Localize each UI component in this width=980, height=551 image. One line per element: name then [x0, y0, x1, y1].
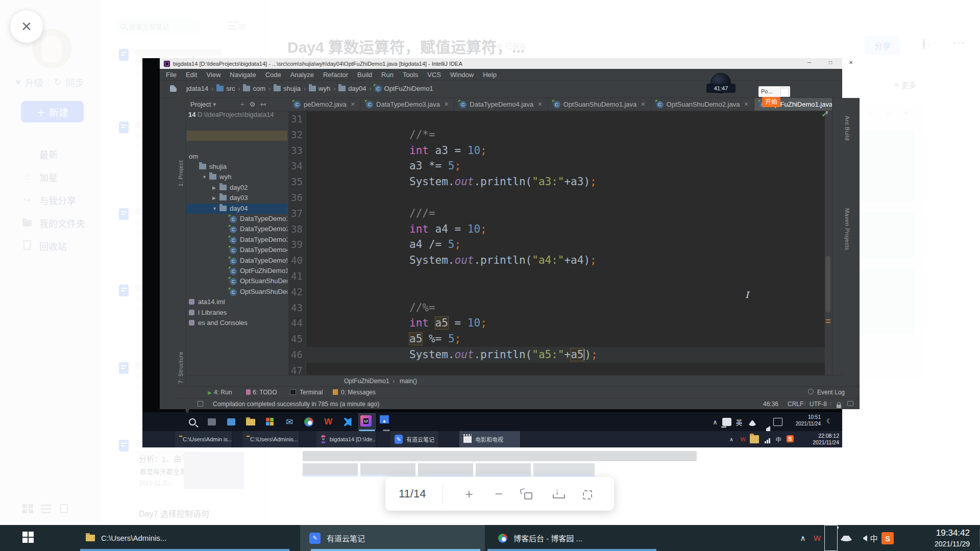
- taskbar-explorer-icon[interactable]: [244, 415, 257, 429]
- maximize-icon[interactable]: □: [829, 60, 832, 65]
- toolwindow-todo[interactable]: 6: TODO: [253, 389, 277, 396]
- tab-OptSuanShuDemo1.java[interactable]: COptSuanShuDemo1.java✕: [548, 98, 651, 111]
- taskbar-clock[interactable]: 10:512021/11/24: [796, 414, 821, 427]
- window-button-电影和电视[interactable]: 电影和电视: [459, 431, 521, 447]
- zoom-in-button[interactable]: +: [454, 486, 484, 502]
- start-button[interactable]: [22, 532, 34, 543]
- sogou-icon[interactable]: S: [881, 532, 894, 544]
- tray-expand-icon[interactable]: ∧: [796, 525, 810, 551]
- window-button-有道云笔记[interactable]: ✎有道云笔记: [390, 431, 439, 447]
- taskbar-window-app-icon[interactable]: [225, 415, 238, 429]
- menu-analyze[interactable]: Analyze: [290, 71, 314, 79]
- menu-build[interactable]: Build: [357, 71, 372, 79]
- taskbar-clock[interactable]: 19:34:42 2021/11/29: [935, 528, 970, 548]
- tree-expanded-arrow[interactable]: ▼: [212, 206, 217, 211]
- viewer-close-button[interactable]: ✕: [10, 10, 43, 43]
- breadcrumb-class[interactable]: OptFuZhiDemo1: [344, 378, 389, 385]
- ime-icon[interactable]: 中: [774, 435, 783, 443]
- toolwindow-toggle-icon[interactable]: [198, 401, 203, 407]
- toolwindow-terminal[interactable]: Terminal: [300, 389, 323, 396]
- tab-DataTypeDemo3.java[interactable]: CDataTypeDemo3.java✕: [361, 98, 454, 111]
- taskbar-search-icon[interactable]: [186, 415, 199, 429]
- tree-row-ata14.iml[interactable]: ata14.iml: [186, 297, 287, 307]
- crumb-shujia[interactable]: shujia: [274, 85, 301, 92]
- tree-row-DataTypeDemo5[interactable]: CDataTypeDemo5: [186, 256, 287, 266]
- tool-stripe-project[interactable]: 1: Project: [178, 160, 184, 186]
- tree-row-day04[interactable]: ▼day04: [186, 204, 287, 214]
- menu-refactor[interactable]: Refactor: [323, 71, 348, 79]
- folder-icon[interactable]: [750, 435, 759, 443]
- tree-row-shujia[interactable]: shujia: [186, 162, 287, 172]
- taskbar-store-icon[interactable]: [263, 415, 277, 429]
- input-lang[interactable]: 英: [734, 418, 744, 426]
- toolwindow-messages[interactable]: 0: Messages: [341, 389, 376, 396]
- tree-row-DataTypeDemo4[interactable]: CDataTypeDemo4: [186, 245, 287, 255]
- tree-row-es and Consoles[interactable]: es and Consoles: [186, 318, 287, 328]
- tab-close-icon[interactable]: ✕: [351, 101, 355, 108]
- tree-row-OptSuanShuDemo2[interactable]: COptSuanShuDemo2: [186, 287, 287, 297]
- panel-header-icon[interactable]: ↤: [260, 101, 266, 108]
- window-button-C:\Users\Adminis...[interactable]: C:\Users\Adminis...: [242, 431, 300, 447]
- menu-tools[interactable]: Tools: [403, 71, 418, 79]
- menu-navigate[interactable]: Navigate: [230, 71, 256, 79]
- tree-row-DataTypeDemo1[interactable]: CDataTypeDemo1: [186, 214, 287, 224]
- taskbar-start-icon[interactable]: [166, 415, 180, 429]
- tool-stripe-maven[interactable]: Maven Projects: [844, 208, 850, 251]
- taskbar-clock[interactable]: 22:08:122021/11/24: [813, 433, 839, 446]
- tool-stripe-structure[interactable]: 7: Structure: [178, 352, 184, 384]
- recorder-start-button[interactable]: 开始: [762, 97, 780, 107]
- taskbar-wps-icon[interactable]: W: [322, 415, 335, 429]
- fit-screen-button[interactable]: [573, 486, 602, 502]
- tool-stripe-ant[interactable]: Ant Build: [844, 116, 850, 141]
- taskbar-taskview-icon[interactable]: [205, 415, 218, 429]
- tab-close-icon[interactable]: ✕: [444, 101, 449, 108]
- sogou-icon[interactable]: S: [787, 435, 794, 442]
- tree-row-root[interactable]: 14 D:\IdeaProjects\bigdata14: [186, 111, 287, 120]
- tree-row-DataTypeDemo2[interactable]: CDataTypeDemo2: [186, 224, 287, 234]
- tab-close-icon[interactable]: ✕: [641, 101, 645, 108]
- crumb-OptFuZhiDemo1[interactable]: COptFuZhiDemo1: [375, 85, 433, 92]
- tree-row-om[interactable]: om: [186, 152, 287, 162]
- crumb-com[interactable]: com: [243, 85, 265, 92]
- menu-vcs[interactable]: VCS: [427, 71, 441, 79]
- toolwindow-eventlog[interactable]: Event Log: [817, 389, 845, 396]
- menu-help[interactable]: Help: [483, 71, 497, 79]
- taskbar-photos-icon[interactable]: ▲: [380, 415, 389, 423]
- menu-view[interactable]: View: [206, 71, 220, 79]
- volume-icon[interactable]: [854, 535, 867, 541]
- taskbar-button-C:\Users\Adminis...[interactable]: C:\Users\Adminis...: [77, 525, 296, 551]
- close-icon[interactable]: ✕: [849, 60, 853, 65]
- tree-row-DataTypeDemo3[interactable]: CDataTypeDemo3: [186, 235, 287, 245]
- tree-row-l Libraries[interactable]: l Libraries: [186, 308, 287, 318]
- wps-icon[interactable]: W: [811, 525, 824, 551]
- mic-icon[interactable]: [722, 418, 731, 426]
- editor-scrollbar[interactable]: [825, 256, 830, 312]
- panel-header-icon[interactable]: ⚙: [249, 101, 255, 108]
- tab-DataTypeDemo4.java[interactable]: CDataTypeDemo4.java✕: [454, 98, 548, 111]
- tree-row-OptSuanShuDemo1[interactable]: COptSuanShuDemo1: [186, 276, 287, 286]
- tab-peDemo2.java[interactable]: CpeDemo2.java✕: [288, 98, 361, 111]
- ide-indicator-icon[interactable]: [847, 401, 853, 406]
- menu-window[interactable]: Window: [450, 71, 474, 79]
- tree-row-OptFuZhiDemo1[interactable]: COptFuZhiDemo1: [186, 266, 287, 276]
- zoom-out-button[interactable]: −: [484, 486, 513, 502]
- tab-close-icon[interactable]: ✕: [537, 101, 542, 108]
- readonly-lock-icon[interactable]: [837, 405, 841, 408]
- ime-icon[interactable]: 中: [867, 525, 880, 551]
- tab-close-icon[interactable]: ✕: [744, 101, 748, 108]
- tree-row-day02[interactable]: ▶day02: [186, 183, 287, 193]
- menu-file[interactable]: File: [166, 71, 177, 79]
- file-encoding[interactable]: UTF-8: [810, 400, 827, 408]
- inspections-ok-icon[interactable]: ✔: [822, 111, 827, 118]
- notification-moon-icon[interactable]: ☾: [826, 417, 832, 425]
- taskbar-button-有道云笔记[interactable]: ✎有道云笔记: [300, 525, 485, 551]
- network-icon[interactable]: [763, 435, 772, 443]
- taskbar-idea-icon[interactable]: IJ: [360, 415, 372, 427]
- panel-header-icon[interactable]: ÷: [240, 101, 244, 108]
- crumb-src[interactable]: src: [216, 85, 235, 92]
- tree-expanded-arrow[interactable]: ▼: [202, 174, 207, 180]
- caret-position[interactable]: 46:36: [763, 400, 778, 408]
- code-editor[interactable]: 3132333435363738394041424344454647 //*=i…: [288, 111, 825, 375]
- menu-edit[interactable]: Edit: [186, 71, 197, 79]
- tree-row-hover[interactable]: [186, 131, 287, 141]
